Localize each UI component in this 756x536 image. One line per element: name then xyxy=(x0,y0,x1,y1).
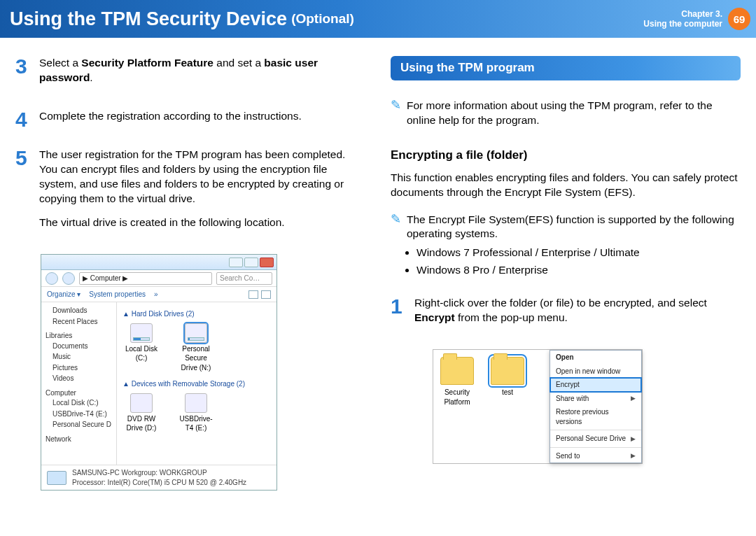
tree-network[interactable]: Network xyxy=(46,435,116,444)
ctx-folders: Security Platform test xyxy=(433,350,550,463)
toolbar-more[interactable]: » xyxy=(154,290,158,299)
menu-open-new[interactable]: Open in new window xyxy=(550,365,641,379)
drive-psd-label: Personal Secure Drive (N:) xyxy=(177,344,215,373)
pencil-icon: ✎ xyxy=(391,213,401,281)
address-bar[interactable]: ▶ Computer ▶ xyxy=(79,272,212,285)
folder-icon xyxy=(491,357,524,385)
step5-p2: The virtual drive is created in the foll… xyxy=(39,216,365,230)
view-toggle-icon[interactable] xyxy=(248,290,258,299)
page-title: Using the TPM Security Device xyxy=(10,8,287,30)
step3-text-e: . xyxy=(90,71,92,83)
drive-local-label: Local Disk (C:) xyxy=(122,344,160,363)
explorer-toolbar: Organize ▾ System properties » xyxy=(41,287,276,302)
search-input[interactable]: Search Co… xyxy=(216,272,272,285)
menu-psd[interactable]: Personal Secure Drive▶ xyxy=(550,432,641,446)
menu-separator xyxy=(550,447,641,448)
window-close-button[interactable] xyxy=(260,258,274,267)
drive-dvd-label: DVD RW Drive (D:) xyxy=(122,414,160,433)
step-5-body: The user registration for the TPM progra… xyxy=(39,148,365,241)
step1r-b: Encrypt xyxy=(414,311,455,323)
tree-documents[interactable]: Documents xyxy=(46,341,116,352)
note-info-1: ✎ For more information about using the T… xyxy=(391,99,741,132)
nav-tree: Downloads Recent Places Libraries Docume… xyxy=(41,302,117,465)
window-min-button[interactable] xyxy=(229,258,243,267)
note2-li2: Windows 8 Pro / Enterprise xyxy=(416,263,741,278)
page-header: Using the TPM Security Device (Optional)… xyxy=(0,0,756,38)
note1-text: For more information about using the TPM… xyxy=(407,99,741,128)
window-max-button[interactable] xyxy=(244,258,258,267)
tree-usbt4[interactable]: USBDrive-T4 (E:) xyxy=(46,409,116,420)
page-number-badge: 69 xyxy=(728,8,750,30)
folder-test[interactable]: test xyxy=(488,357,527,397)
explorer-titlebar xyxy=(41,255,276,270)
step5-p1: The user registration for the TPM progra… xyxy=(39,148,365,206)
step3-text-a: Select a xyxy=(39,57,81,69)
tree-recent[interactable]: Recent Places xyxy=(46,316,116,327)
note2-li1: Windows 7 Professional / Enterprise / Ul… xyxy=(416,246,741,260)
drive-personal-secure[interactable]: Personal Secure Drive (N:) xyxy=(177,323,215,373)
explorer-window: ▶ Computer ▶ Search Co… Organize ▾ Syste… xyxy=(41,254,277,491)
drive-usb[interactable]: USBDrive-T4 (E:) xyxy=(177,393,215,433)
step-number: 4 xyxy=(15,109,32,134)
folder-icon xyxy=(440,357,474,385)
step3-text-c: and set a xyxy=(214,57,264,69)
drive-local-c[interactable]: Local Disk (C:) xyxy=(122,323,160,373)
step-5: 5 The user registration for the TPM prog… xyxy=(15,148,365,241)
tree-libraries[interactable]: Libraries xyxy=(46,331,116,341)
tree-videos[interactable]: Videos xyxy=(46,373,116,384)
tree-localc[interactable]: Local Disk (C:) xyxy=(46,397,116,409)
explorer-body: Downloads Recent Places Libraries Docume… xyxy=(41,302,276,465)
status-line1: SAMSUNG-PC Workgroup: WORKGROUP xyxy=(72,468,246,478)
organize-menu[interactable]: Organize ▾ xyxy=(47,290,80,299)
explorer-statusbar: SAMSUNG-PC Workgroup: WORKGROUP Processo… xyxy=(41,465,276,490)
menu-restore[interactable]: Restore previous versions xyxy=(550,405,641,428)
explorer-navbar: ▶ Computer ▶ Search Co… xyxy=(41,270,276,287)
menu-encrypt[interactable]: Encrypt xyxy=(550,378,641,392)
folder2-label: test xyxy=(488,388,527,397)
menu-sendto[interactable]: Send to▶ xyxy=(550,449,641,463)
page-title-optional: (Optional) xyxy=(291,11,354,27)
menu-share[interactable]: Share with▶ xyxy=(550,392,641,406)
header-right: Chapter 3. Using the computer 69 xyxy=(643,8,756,30)
chapter-line2: Using the computer xyxy=(643,19,722,29)
menu-separator xyxy=(550,430,641,430)
step-number: 3 xyxy=(15,56,32,95)
step-4-body: Complete the registration according to t… xyxy=(39,109,302,134)
chapter-label: Chapter 3. Using the computer xyxy=(643,9,722,29)
tree-computer[interactable]: Computer xyxy=(46,388,116,398)
subhead-encrypt: Encrypting a file (folder) xyxy=(391,148,741,164)
encrypt-intro: This function enables encrypting files a… xyxy=(391,171,741,200)
tree-psd[interactable]: Personal Secure D xyxy=(46,419,116,430)
step-number: 1 xyxy=(391,296,407,335)
chapter-line1: Chapter 3. xyxy=(643,9,722,19)
help-icon[interactable] xyxy=(261,290,271,299)
drive-usb-label: USBDrive-T4 (E:) xyxy=(177,414,215,433)
step1r-a: Right-click over the folder (or file) to… xyxy=(414,297,707,309)
nav-back-button[interactable] xyxy=(46,272,58,285)
drive-dvd[interactable]: DVD RW Drive (D:) xyxy=(122,393,160,433)
step-3-body: Select a Security Platform Feature and s… xyxy=(39,56,365,95)
tree-downloads[interactable]: Downloads xyxy=(46,305,116,316)
step-3: 3 Select a Security Platform Feature and… xyxy=(15,56,365,95)
folder-security-platform[interactable]: Security Platform xyxy=(438,357,477,407)
explorer-content: ▲ Hard Disk Drives (2) Local Disk (C:) P… xyxy=(117,302,276,465)
folder1-label: Security Platform xyxy=(438,388,477,407)
step-number: 5 xyxy=(15,148,32,241)
menu-open[interactable]: Open xyxy=(550,351,641,365)
step-4: 4 Complete the registration according to… xyxy=(15,109,365,134)
system-properties-button[interactable]: System properties xyxy=(89,290,146,299)
page-body: 3 Select a Security Platform Feature and… xyxy=(0,38,756,491)
section-banner: Using the TPM program xyxy=(391,56,741,80)
pencil-icon: ✎ xyxy=(391,99,401,132)
tree-pictures[interactable]: Pictures xyxy=(46,362,116,374)
step-1-right: 1 Right-click over the folder (or file) … xyxy=(391,296,741,335)
step3-bold-feature: Security Platform Feature xyxy=(81,57,214,69)
note-info-2: ✎ The Encrypt File System(EFS) function … xyxy=(391,213,741,281)
section-removable: ▲ Devices with Removable Storage (2) xyxy=(122,379,271,389)
status-line2: Processor: Intel(R) Core(TM) i5 CPU M 52… xyxy=(72,478,246,488)
context-menu: Open Open in new window Encrypt Share wi… xyxy=(550,350,642,463)
context-menu-screenshot: Security Platform test Open Open in new … xyxy=(433,349,643,464)
step4-text: Complete the registration according to t… xyxy=(39,109,302,124)
tree-music[interactable]: Music xyxy=(46,351,116,362)
nav-fwd-button[interactable] xyxy=(62,272,75,285)
